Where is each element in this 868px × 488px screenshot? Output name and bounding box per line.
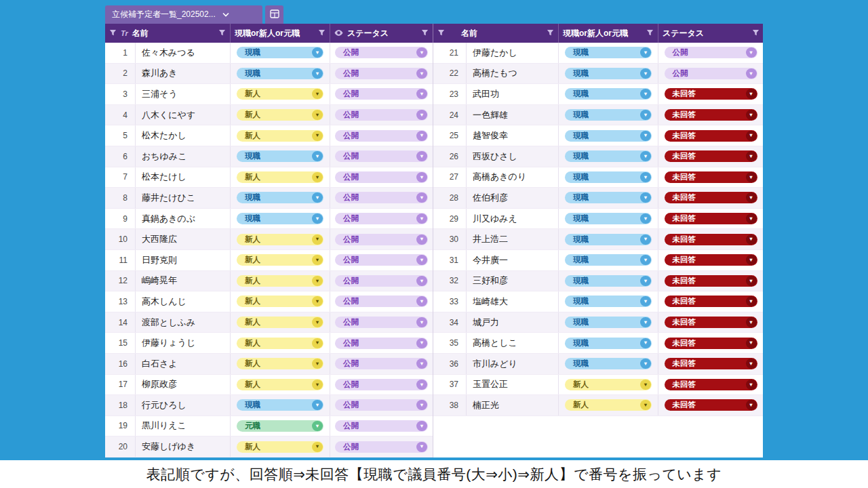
role-select[interactable]: 元職▼ (237, 420, 323, 432)
status-select[interactable]: 未回答▼ (665, 130, 757, 142)
chevron-down-icon[interactable]: ▼ (416, 110, 427, 120)
role-select[interactable]: 現職▼ (565, 171, 652, 183)
chevron-down-icon[interactable]: ▼ (640, 214, 651, 224)
chevron-down-icon[interactable]: ▼ (416, 47, 427, 58)
chevron-down-icon[interactable]: ▼ (746, 47, 757, 58)
sheet-grid-button[interactable] (265, 5, 283, 24)
candidate-name-cell[interactable]: 日野克則 (136, 250, 231, 270)
candidate-name-cell[interactable] (467, 436, 559, 458)
role-select[interactable]: 新人▼ (237, 234, 323, 245)
role-select[interactable]: 現職▼ (565, 213, 652, 224)
role-select[interactable]: 現職▼ (565, 88, 652, 100)
status-select[interactable]: 未回答▼ (665, 296, 757, 307)
candidate-name-cell[interactable]: 白石さよ (136, 354, 231, 374)
chevron-down-icon[interactable] (222, 12, 229, 17)
chevron-down-icon[interactable]: ▼ (312, 68, 323, 79)
status-select[interactable]: 公開▼ (335, 88, 428, 100)
filter-icon[interactable] (109, 27, 117, 39)
chevron-down-icon[interactable]: ▼ (746, 110, 757, 120)
status-select[interactable]: 未回答▼ (665, 254, 757, 266)
chevron-down-icon[interactable]: ▼ (640, 131, 651, 141)
role-select[interactable]: 現職▼ (565, 68, 652, 79)
chevron-down-icon[interactable]: ▼ (746, 317, 757, 327)
candidate-name-cell[interactable]: 今井廣一 (467, 250, 559, 270)
chevron-down-icon[interactable]: ▼ (640, 151, 651, 161)
filter-icon[interactable] (218, 27, 226, 39)
candidate-name-cell[interactable]: 真鍋あきのぶ (136, 209, 231, 229)
chevron-down-icon[interactable]: ▼ (416, 235, 427, 245)
role-select[interactable]: 現職▼ (565, 338, 652, 349)
filter-icon[interactable] (547, 27, 554, 39)
chevron-down-icon[interactable]: ▼ (416, 400, 427, 410)
status-select[interactable]: 公開▼ (335, 317, 428, 328)
chevron-down-icon[interactable]: ▼ (746, 214, 757, 224)
chevron-down-icon[interactable]: ▼ (416, 359, 427, 369)
status-select[interactable]: 未回答▼ (665, 338, 757, 349)
chevron-down-icon[interactable]: ▼ (746, 359, 757, 369)
role-select[interactable]: 新人▼ (237, 317, 323, 328)
role-select[interactable]: 新人▼ (237, 109, 323, 121)
status-select[interactable]: 公開▼ (335, 358, 428, 369)
chevron-down-icon[interactable]: ▼ (416, 214, 427, 224)
chevron-down-icon[interactable]: ▼ (312, 47, 323, 58)
role-select[interactable]: 現職▼ (565, 192, 652, 203)
filter-icon[interactable] (421, 27, 429, 39)
chevron-down-icon[interactable]: ▼ (746, 380, 757, 390)
role-select[interactable]: 現職▼ (237, 68, 323, 79)
status-select[interactable]: 未回答▼ (665, 109, 757, 121)
status-select[interactable]: 公開▼ (335, 399, 428, 411)
status-select[interactable]: 公開▼ (335, 441, 428, 453)
status-select[interactable]: 未回答▼ (665, 399, 757, 411)
candidate-name-cell[interactable]: 行元ひろし (136, 395, 231, 415)
chevron-down-icon[interactable]: ▼ (312, 421, 323, 431)
status-select[interactable]: 公開▼ (335, 254, 428, 266)
chevron-down-icon[interactable]: ▼ (416, 89, 427, 99)
chevron-down-icon[interactable]: ▼ (640, 255, 651, 265)
candidate-name-cell[interactable]: 安藤しげゆき (136, 436, 231, 457)
role-select[interactable]: 新人▼ (237, 254, 323, 266)
candidate-name-cell[interactable]: 西坂ひさし (467, 146, 559, 167)
candidate-name-cell[interactable]: 高橋あきのり (467, 167, 559, 188)
candidate-name-cell[interactable]: 柳原政彦 (136, 375, 231, 395)
status-select[interactable]: 公開▼ (335, 192, 428, 203)
chevron-down-icon[interactable]: ▼ (312, 255, 323, 265)
chevron-down-icon[interactable]: ▼ (416, 192, 427, 203)
chevron-down-icon[interactable]: ▼ (416, 442, 427, 452)
status-select[interactable]: 公開▼ (335, 171, 428, 183)
filter-icon[interactable] (646, 27, 654, 39)
chevron-down-icon[interactable]: ▼ (416, 338, 427, 348)
chevron-down-icon[interactable]: ▼ (640, 400, 651, 410)
role-select[interactable]: 新人▼ (237, 338, 323, 349)
chevron-down-icon[interactable]: ▼ (312, 296, 323, 306)
candidate-name-cell[interactable]: 一色輝雄 (467, 105, 559, 125)
chevron-down-icon[interactable]: ▼ (640, 68, 651, 79)
chevron-down-icon[interactable]: ▼ (640, 338, 651, 348)
chevron-down-icon[interactable]: ▼ (416, 380, 427, 390)
role-select[interactable]: 新人▼ (237, 130, 323, 142)
filter-icon[interactable] (437, 27, 445, 39)
status-select[interactable]: 公開▼ (335, 109, 428, 121)
status-select[interactable]: 公開▼ (335, 338, 428, 349)
chevron-down-icon[interactable]: ▼ (640, 89, 651, 99)
chevron-down-icon[interactable]: ▼ (312, 151, 323, 161)
status-select[interactable]: 公開▼ (335, 130, 428, 142)
role-select[interactable]: 現職▼ (237, 47, 323, 58)
role-select[interactable]: 新人▼ (565, 379, 652, 390)
candidate-name-cell[interactable]: 大西隆広 (136, 229, 231, 249)
candidate-name-cell[interactable]: 市川みどり (467, 354, 559, 374)
status-select[interactable]: 公開▼ (335, 150, 428, 162)
candidate-name-cell[interactable]: 伊藤たかし (467, 43, 559, 63)
role-select[interactable]: 現職▼ (237, 213, 323, 224)
role-select[interactable]: 現職▼ (565, 47, 652, 58)
chevron-down-icon[interactable]: ▼ (416, 317, 427, 327)
role-select[interactable]: 現職▼ (565, 150, 652, 162)
role-select[interactable]: 新人▼ (237, 275, 323, 287)
status-select[interactable]: 公開▼ (665, 68, 757, 79)
chevron-down-icon[interactable]: ▼ (312, 359, 323, 369)
role-select[interactable]: 現職▼ (565, 130, 652, 142)
chevron-down-icon[interactable]: ▼ (640, 47, 651, 58)
role-select[interactable]: 現職▼ (565, 317, 652, 328)
candidate-name-cell[interactable]: 塩崎雄大 (467, 291, 559, 312)
role-select[interactable]: 現職▼ (565, 234, 652, 245)
chevron-down-icon[interactable]: ▼ (640, 110, 651, 120)
